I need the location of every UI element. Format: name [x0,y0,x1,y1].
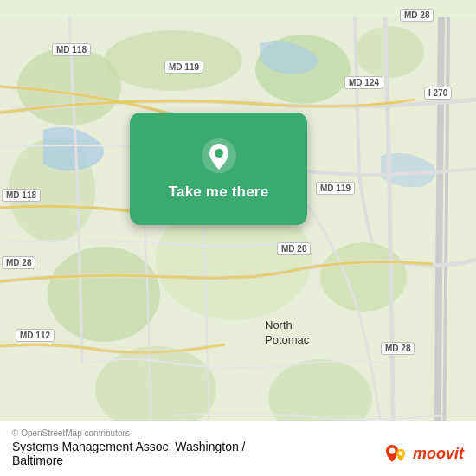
svg-point-13 [389,448,395,454]
svg-point-6 [48,247,160,342]
road-label-md28-bottom: MD 28 [381,342,415,355]
location-pin-icon [200,137,238,175]
road-label-md119-mid: MD 119 [316,182,355,195]
road-label-md28-left: MD 28 [2,256,35,269]
svg-point-4 [355,26,424,78]
moovit-icon [383,441,409,466]
road-label-md118-top: MD 118 [52,43,91,56]
map-svg [0,0,476,476]
map-container: MD 118 MD 119 MD 124 I 270 MD 118 MD 119… [0,0,476,476]
north-potomac-label: NorthPotomac [265,318,309,348]
road-label-md28-top: MD 28 [400,9,434,22]
moovit-text: moovit [413,445,464,463]
take-me-there-label: Take me there [169,183,269,201]
location-title: Systems Management Assoc, Washington / B… [12,440,464,467]
road-label-md118-left: MD 118 [2,189,41,202]
svg-point-8 [320,242,407,312]
road-label-md28-mid: MD 28 [277,242,311,255]
road-label-md112: MD 112 [16,329,55,342]
location-name: Systems Management Assoc, Washington / B… [12,440,246,467]
moovit-logo: moovit [383,441,464,466]
road-label-md124: MD 124 [344,76,383,89]
take-me-there-button[interactable]: Take me there [130,113,307,225]
svg-point-14 [398,452,402,456]
bottom-bar: © OpenStreetMap contributors Systems Man… [0,421,476,476]
svg-point-12 [215,149,223,158]
road-label-i270: I 270 [424,87,452,100]
copyright-text: © OpenStreetMap contributors [12,428,464,438]
road-label-md119-top: MD 119 [164,61,203,74]
